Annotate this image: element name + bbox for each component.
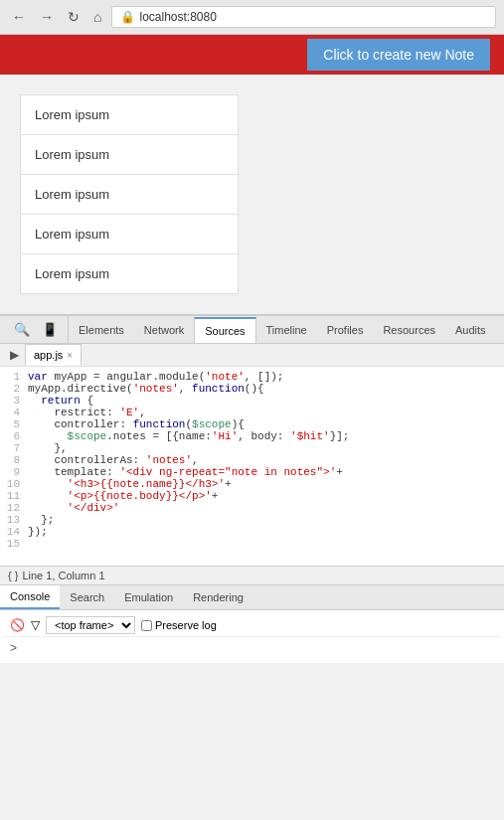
- line-number: 14: [0, 526, 28, 538]
- home-button[interactable]: ⌂: [89, 7, 105, 27]
- line-content: });: [28, 526, 504, 538]
- console-tab-console[interactable]: Console: [0, 585, 60, 609]
- line-number: 15: [0, 538, 28, 550]
- code-line: 15: [0, 538, 504, 550]
- frame-select[interactable]: <top frame>: [46, 616, 135, 634]
- file-tab-appjs[interactable]: app.js ×: [25, 344, 82, 366]
- line-number: 7: [0, 442, 28, 454]
- code-line: 9 template: '<div ng-repeat="note in not…: [0, 466, 504, 478]
- line-number: 10: [0, 478, 28, 490]
- line-content: };: [28, 514, 504, 526]
- tab-audits[interactable]: Audits: [445, 318, 496, 342]
- file-tab-close-icon[interactable]: ×: [67, 350, 73, 361]
- line-number: 3: [0, 395, 28, 407]
- list-item[interactable]: Lorem ipsum: [21, 95, 238, 135]
- url-text: localhost:8080: [139, 10, 216, 24]
- line-number: 13: [0, 514, 28, 526]
- code-line: 6 $scope.notes = [{name:'Hi', body: '$hi…: [0, 430, 504, 442]
- filter-icon[interactable]: ▽: [31, 618, 40, 632]
- list-item[interactable]: Lorem ipsum: [21, 175, 238, 215]
- devtools-icons: 🔍 📱: [4, 316, 69, 343]
- line-content: controllerAs: 'notes',: [28, 454, 504, 466]
- line-number: 11: [0, 490, 28, 502]
- console-tabs: Console Search Emulation Rendering: [0, 584, 504, 610]
- line-content: [28, 538, 504, 550]
- code-line: 12 '</div>': [0, 502, 504, 514]
- code-line: 3 return {: [0, 395, 504, 407]
- back-button[interactable]: ←: [8, 7, 30, 27]
- list-item[interactable]: Lorem ipsum: [21, 215, 238, 254]
- panel-toggle-button[interactable]: ▶: [4, 346, 25, 364]
- tab-network[interactable]: Network: [134, 318, 194, 342]
- console-prompt-icon: >: [10, 641, 17, 655]
- code-editor: 1 var myApp = angular.module('note', [])…: [0, 367, 504, 566]
- console-toolbar: 🚫 ▽ <top frame> Preserve log: [4, 614, 500, 637]
- line-number: 12: [0, 502, 28, 514]
- line-number: 5: [0, 418, 28, 430]
- device-icon-btn[interactable]: 📱: [40, 320, 60, 339]
- clear-console-icon[interactable]: 🚫: [10, 618, 25, 632]
- tab-elements[interactable]: Elements: [69, 318, 134, 342]
- code-line: 1 var myApp = angular.module('note', [])…: [0, 371, 504, 383]
- status-braces-icon: { }: [8, 570, 18, 581]
- list-item[interactable]: Lorem ipsum: [21, 254, 238, 293]
- line-number: 6: [0, 430, 28, 442]
- code-line: 13 };: [0, 514, 504, 526]
- line-content: var myApp = angular.module('note', []);: [28, 371, 504, 383]
- code-line: 4 restrict: 'E',: [0, 407, 504, 418]
- status-position: Line 1, Column 1: [22, 570, 104, 581]
- refresh-button[interactable]: ↻: [64, 7, 84, 27]
- line-number: 8: [0, 454, 28, 466]
- line-content: '<p>{{note.body}}</p>'+: [28, 490, 504, 502]
- line-content: controller: function($scope){: [28, 418, 504, 430]
- app-header: Click to create new Note: [0, 35, 504, 75]
- tab-co[interactable]: Co: [496, 318, 504, 342]
- address-bar: 🔒 localhost:8080: [111, 6, 496, 28]
- code-line: 14 });: [0, 526, 504, 538]
- code-line: 11 '<p>{{note.body}}</p>'+: [0, 490, 504, 502]
- file-tabs: ▶ app.js ×: [0, 344, 504, 367]
- devtools-panel: 🔍 📱 Elements Network Sources Timeline Pr…: [0, 314, 504, 663]
- line-content: return {: [28, 395, 504, 407]
- list-item[interactable]: Lorem ipsum: [21, 135, 238, 175]
- console-tab-search[interactable]: Search: [60, 586, 114, 608]
- console-input-area: >: [4, 637, 500, 659]
- line-number: 9: [0, 466, 28, 478]
- tab-sources[interactable]: Sources: [194, 317, 255, 343]
- line-number: 2: [0, 383, 28, 395]
- line-content: },: [28, 442, 504, 454]
- code-line: 10 '<h3>{{note.name}}</h3>'+: [0, 478, 504, 490]
- line-number: 1: [0, 371, 28, 383]
- forward-button[interactable]: →: [36, 7, 58, 27]
- tab-timeline[interactable]: Timeline: [256, 318, 317, 342]
- search-icon-btn[interactable]: 🔍: [12, 320, 32, 339]
- line-content: restrict: 'E',: [28, 407, 504, 418]
- line-content: '<h3>{{note.name}}</h3>'+: [28, 478, 504, 490]
- create-note-button[interactable]: Click to create new Note: [307, 39, 490, 71]
- code-line: 7 },: [0, 442, 504, 454]
- line-content: $scope.notes = [{name:'Hi', body: '$hit'…: [28, 430, 504, 442]
- line-number: 4: [0, 407, 28, 418]
- code-line: 5 controller: function($scope){: [0, 418, 504, 430]
- line-content: '</div>': [28, 502, 504, 514]
- preserve-log-container: Preserve log: [141, 619, 217, 631]
- notes-list: Lorem ipsum Lorem ipsum Lorem ipsum Lore…: [20, 94, 239, 294]
- main-content: Lorem ipsum Lorem ipsum Lorem ipsum Lore…: [0, 75, 504, 314]
- tab-resources[interactable]: Resources: [373, 318, 445, 342]
- code-line: 8 controllerAs: 'notes',: [0, 454, 504, 466]
- file-tab-label: app.js: [34, 349, 63, 361]
- devtools-tabs: 🔍 📱 Elements Network Sources Timeline Pr…: [0, 316, 504, 344]
- line-content: myApp.directive('notes', function(){: [28, 383, 504, 395]
- preserve-log-checkbox[interactable]: [141, 620, 152, 631]
- tab-profiles[interactable]: Profiles: [317, 318, 374, 342]
- console-tab-emulation[interactable]: Emulation: [114, 586, 183, 608]
- browser-toolbar: ← → ↻ ⌂ 🔒 localhost:8080: [0, 0, 504, 35]
- line-content: template: '<div ng-repeat="note in notes…: [28, 466, 504, 478]
- status-bar: { } Line 1, Column 1: [0, 566, 504, 584]
- lock-icon: 🔒: [120, 10, 135, 24]
- console-area: 🚫 ▽ <top frame> Preserve log >: [0, 610, 504, 663]
- code-line: 2 myApp.directive('notes', function(){: [0, 383, 504, 395]
- preserve-log-label: Preserve log: [155, 619, 217, 631]
- console-tab-rendering[interactable]: Rendering: [183, 586, 253, 608]
